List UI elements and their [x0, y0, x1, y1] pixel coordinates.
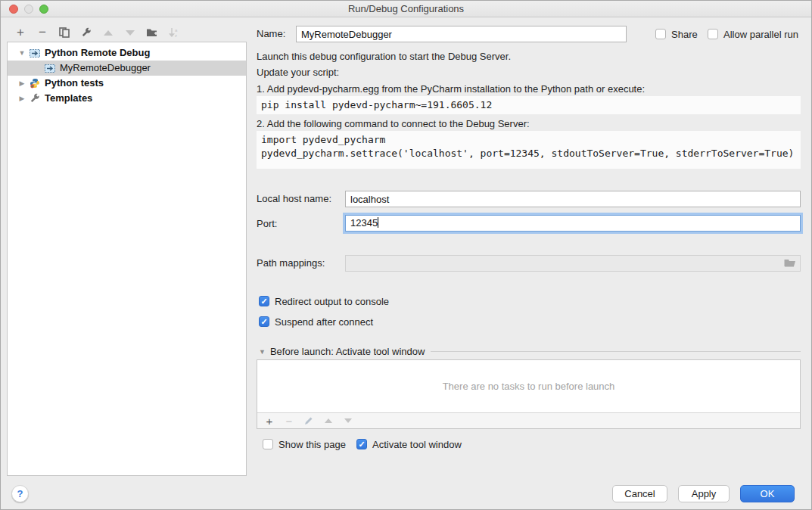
help-label: ? [17, 488, 23, 499]
svg-text:z: z [175, 33, 177, 38]
remove-icon[interactable]: − [36, 26, 48, 39]
sort-alpha-icon[interactable]: az [168, 26, 180, 39]
remove-task-icon[interactable]: − [284, 415, 294, 426]
suspend-after-connect-label: Suspend after connect [275, 316, 373, 328]
allow-parallel-checkbox-row[interactable]: Allow parallel run [708, 28, 798, 40]
show-this-page-label: Show this page [278, 439, 346, 450]
suspend-after-connect-row[interactable]: ✓ Suspend after connect [259, 316, 373, 328]
name-input[interactable] [296, 26, 627, 42]
tree-item-python-remote-debug[interactable]: ▼ Python Remote Debug [8, 45, 246, 61]
ok-button[interactable]: OK [740, 485, 795, 502]
description-line2: Update your script: [257, 67, 339, 78]
local-host-input[interactable] [345, 191, 801, 207]
cancel-label: Cancel [624, 488, 655, 499]
move-up-icon[interactable] [102, 26, 114, 39]
task-toolbar: + − [257, 412, 800, 428]
apply-button[interactable]: Apply [678, 485, 730, 502]
share-checkbox[interactable] [655, 29, 666, 39]
browse-folder-icon[interactable] [784, 257, 797, 270]
port-label: Port: [257, 216, 277, 232]
remote-debug-icon [29, 48, 41, 58]
configurations-toolbar: + − az [14, 24, 180, 41]
port-value: 12345 [350, 217, 378, 229]
show-this-page-checkbox[interactable] [263, 439, 273, 449]
move-down-icon[interactable] [124, 26, 136, 39]
cancel-button[interactable]: Cancel [612, 485, 667, 502]
name-label: Name: [257, 26, 285, 42]
allow-parallel-label: Allow parallel run [723, 29, 798, 40]
add-task-icon[interactable]: + [264, 415, 275, 426]
tree-item-myremotedebugger[interactable]: MyRemoteDebugger [8, 61, 246, 76]
settrace-code: import pydevd_pycharm pydevd_pycharm.set… [257, 131, 801, 169]
header-divider [431, 351, 801, 352]
text-caret [378, 217, 378, 228]
add-icon[interactable]: + [14, 26, 26, 39]
before-launch-title: Before launch: Activate tool window [270, 346, 425, 357]
window-title: Run/Debug Configurations [1, 1, 811, 17]
local-host-label: Local host name: [257, 191, 331, 207]
ok-label: OK [761, 488, 775, 499]
redirect-output-checkbox[interactable]: ✓ [259, 296, 269, 306]
task-down-icon[interactable] [343, 415, 353, 426]
remote-debug-icon [44, 63, 56, 73]
settrace-code-line1: import pydevd_pycharm [261, 134, 385, 145]
tree-item-label: Python tests [45, 76, 104, 91]
chevron-right-icon[interactable]: ▶ [18, 76, 26, 91]
path-mappings-label: Path mappings: [257, 255, 325, 272]
tree-item-templates[interactable]: ▶ Templates [8, 91, 246, 106]
run-debug-configurations-dialog: Run/Debug Configurations + − az ▼ Python… [0, 0, 812, 510]
edit-task-icon[interactable] [303, 415, 314, 426]
python-tests-icon [29, 78, 41, 89]
tree-item-label: Python Remote Debug [45, 45, 150, 61]
port-input[interactable]: 12345 [345, 215, 801, 232]
before-launch-task-list: There are no tasks to run before launch … [257, 359, 801, 429]
step1-text: 1. Add pydevd-pycharm.egg from the PyCha… [257, 83, 645, 95]
before-launch-header[interactable]: ▼ Before launch: Activate tool window [259, 346, 801, 357]
wrench-icon[interactable] [80, 26, 92, 39]
apply-label: Apply [692, 488, 717, 499]
svg-text:a: a [175, 28, 178, 33]
show-this-page-row[interactable]: Show this page [263, 438, 346, 450]
templates-icon [29, 93, 41, 104]
activate-tool-window-label: Activate tool window [372, 439, 462, 450]
suspend-after-connect-checkbox[interactable]: ✓ [259, 316, 269, 327]
redirect-output-row[interactable]: ✓ Redirect output to console [259, 295, 389, 307]
title-bar: Run/Debug Configurations [1, 1, 811, 17]
redirect-output-label: Redirect output to console [275, 296, 389, 307]
tree-item-label: MyRemoteDebugger [60, 61, 151, 76]
help-button[interactable]: ? [11, 485, 29, 502]
chevron-down-icon[interactable]: ▼ [259, 348, 266, 356]
description-line1: Launch this debug configuration to start… [257, 51, 511, 62]
share-label: Share [671, 29, 698, 40]
empty-tasks-message: There are no tasks to run before launch [257, 360, 800, 412]
path-mappings-input[interactable] [345, 255, 801, 272]
settrace-code-line2: pydevd_pycharm.settrace('localhost', por… [261, 148, 794, 159]
share-checkbox-row[interactable]: Share [655, 28, 698, 40]
allow-parallel-checkbox[interactable] [708, 29, 718, 39]
activate-tool-window-checkbox[interactable]: ✓ [356, 439, 367, 449]
step2-text: 2. Add the following command to connect … [257, 118, 530, 129]
copy-icon[interactable] [58, 26, 70, 39]
tree-item-label: Templates [45, 91, 92, 106]
pip-install-code: pip install pydevd-pycharm~=191.6605.12 [257, 96, 801, 114]
chevron-down-icon[interactable]: ▼ [18, 45, 26, 61]
new-folder-icon[interactable] [146, 26, 158, 39]
chevron-right-icon[interactable]: ▶ [18, 91, 26, 106]
tree-item-python-tests[interactable]: ▶ Python tests [8, 76, 246, 91]
task-up-icon[interactable] [323, 415, 334, 426]
activate-tool-window-row[interactable]: ✓ Activate tool window [356, 438, 462, 450]
configurations-tree: ▼ Python Remote Debug MyRemoteDebugger ▶… [7, 42, 247, 476]
